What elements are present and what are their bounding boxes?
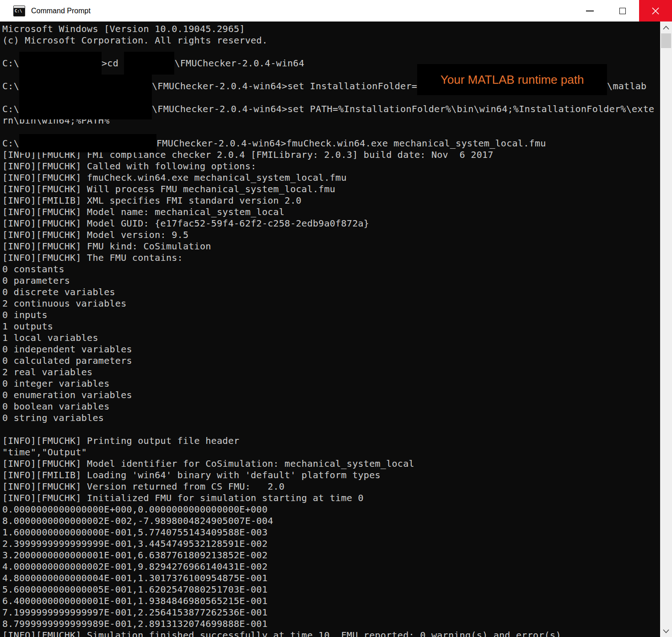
scroll-down-button[interactable] bbox=[660, 625, 672, 637]
window-title: Command Prompt bbox=[31, 7, 91, 15]
terminal-line: [INFO][FMUCHK] Printing output file head… bbox=[2, 435, 660, 447]
terminal-line: 0 discrete variables bbox=[2, 286, 660, 298]
titlebar[interactable]: C:\ Command Prompt bbox=[0, 0, 672, 22]
maximize-button[interactable] bbox=[606, 0, 639, 22]
terminal-line: 1 outputs bbox=[2, 321, 660, 332]
terminal-text: [INFO][FMUCHK] FMU kind: CoSimulation bbox=[2, 241, 211, 252]
terminal-line: 6.4000000000000001E-001,1.93848469805652… bbox=[2, 595, 660, 607]
terminal-text: C:\ bbox=[2, 58, 19, 69]
terminal-text: 4.0000000000000002E-001,9.82942769661404… bbox=[2, 561, 268, 572]
terminal-line: 8.7999999999999989E-001,2.89131320746998… bbox=[2, 618, 660, 630]
terminal-text: C:\ bbox=[2, 103, 19, 114]
terminal-text: 1.6000000000000000E-001,5.77407551434095… bbox=[2, 527, 268, 538]
terminal-line: [INFO][FMUCHK] Called with following opt… bbox=[2, 161, 660, 172]
terminal-text: 0 inputs bbox=[2, 309, 48, 320]
chevron-up-icon bbox=[663, 26, 669, 30]
redaction-box bbox=[19, 58, 102, 69]
cmd-icon-text: C:\ bbox=[15, 9, 22, 13]
terminal-text: FMUChecker-2.0.4-win64>fmuCheck.win64.ex… bbox=[156, 138, 546, 149]
terminal-line: [INFO][FMUCHK] Model GUID: {e17fac52-59f… bbox=[2, 218, 660, 229]
terminal[interactable]: Microsoft Windows [Version 10.0.19045.29… bbox=[0, 22, 660, 637]
terminal-text: C:\ bbox=[2, 138, 19, 149]
terminal-text: [INFO][FMUCHK] Model GUID: {e17fac52-59f… bbox=[2, 218, 369, 229]
terminal-text: Microsoft Windows [Version 10.0.19045.29… bbox=[2, 23, 245, 34]
terminal-text: 0 constants bbox=[2, 264, 65, 275]
scrollbar-thumb[interactable] bbox=[661, 33, 671, 48]
terminal-line: [INFO][FMILIB] Loading 'win64' binary wi… bbox=[2, 470, 660, 481]
terminal-text: \FMUChecker-2.0.4-win64 bbox=[174, 58, 304, 69]
terminal-text: 0 discrete variables bbox=[2, 286, 115, 297]
terminal-line: 1 local variables bbox=[2, 332, 660, 344]
terminal-text: 5.6000000000000005E-001,1.62025470802517… bbox=[2, 584, 268, 595]
terminal-line: "time","Output" bbox=[2, 447, 660, 458]
terminal-text: 0 string variables bbox=[2, 412, 104, 423]
terminal-line: [INFO][FMUCHK] Model identifier for CoSi… bbox=[2, 458, 660, 470]
terminal-text: 4.8000000000000004E-001,1.30173761009548… bbox=[2, 572, 268, 583]
terminal-line: 2 real variables bbox=[2, 367, 660, 378]
terminal-text: 0 boolean variables bbox=[2, 401, 109, 412]
terminal-line: 2.3999999999999999E-001,3.44547495321285… bbox=[2, 538, 660, 550]
terminal-line: 0 calculated parameters bbox=[2, 355, 660, 367]
terminal-text: 1 outputs bbox=[2, 321, 53, 332]
terminal-text: 0 calculated parameters bbox=[2, 355, 132, 366]
terminal-line: [INFO][FMUCHK] fmuCheck.win64.exe mechan… bbox=[2, 172, 660, 184]
terminal-text: 0 integer variables bbox=[2, 378, 109, 389]
redaction-annotation: Your MATLAB runtime path bbox=[417, 64, 607, 95]
terminal-text: 0 parameters bbox=[2, 275, 70, 286]
terminal-line: 4.0000000000000002E-001,9.82942769661404… bbox=[2, 561, 660, 572]
terminal-text: [INFO][FMILIB] XML specifies FMI standar… bbox=[2, 195, 301, 206]
terminal-text: \FMUChecker-2.0.4-win64>set PATH=%Instal… bbox=[152, 103, 654, 114]
terminal-text: [INFO][FMUCHK] Version returned from CS … bbox=[2, 481, 285, 492]
terminal-line: [INFO][FMUCHK] Will process FMU mechanic… bbox=[2, 184, 660, 195]
redaction-box-annotated: Your MATLAB runtime path bbox=[417, 81, 607, 92]
terminal-line: [INFO][FMUCHK] Model name: mechanical_sy… bbox=[2, 206, 660, 218]
cmd-prompt-icon: C:\ bbox=[13, 5, 25, 16]
terminal-text: [INFO][FMUCHK] Model name: mechanical_sy… bbox=[2, 206, 285, 217]
terminal-line: [INFO][FMUCHK] Initialized FMU for simul… bbox=[2, 492, 660, 504]
terminal-line: 0 integer variables bbox=[2, 378, 660, 389]
terminal-text: [INFO][FMUCHK] Printing output file head… bbox=[2, 435, 239, 446]
terminal-line: 8.0000000000000002E-002,-7.9898004824905… bbox=[2, 515, 660, 527]
terminal-content: Microsoft Windows [Version 10.0.19045.29… bbox=[2, 23, 660, 637]
terminal-text: [INFO][FMUCHK] Model identifier for CoSi… bbox=[2, 458, 414, 469]
terminal-line bbox=[2, 424, 660, 435]
scroll-up-button[interactable] bbox=[660, 22, 672, 33]
minimize-button[interactable] bbox=[573, 0, 606, 22]
terminal-line: [INFO][FMUCHK] Simulation finished succe… bbox=[2, 630, 660, 637]
terminal-line: 5.6000000000000005E-001,1.62025470802517… bbox=[2, 584, 660, 595]
terminal-line: 2 continuous variables bbox=[2, 298, 660, 309]
terminal-text: 0.0000000000000000E+000,0.00000000000000… bbox=[2, 504, 268, 515]
redaction-box bbox=[19, 138, 156, 149]
terminal-line: C:\FMUChecker-2.0.4-win64>fmuCheck.win64… bbox=[2, 138, 660, 149]
redaction-box bbox=[19, 103, 152, 115]
terminal-text: 7.1999999999999997E-001,2.25641538772625… bbox=[2, 607, 268, 618]
terminal-line: [INFO][FMUCHK] The FMU contains: bbox=[2, 252, 660, 264]
terminal-text: \FMUChecker-2.0.4-win64>set Installation… bbox=[152, 81, 417, 92]
minimize-icon bbox=[586, 11, 594, 11]
terminal-line: 0 boolean variables bbox=[2, 401, 660, 412]
close-button[interactable] bbox=[639, 0, 672, 22]
terminal-line: 4.8000000000000004E-001,1.30173761009548… bbox=[2, 572, 660, 584]
terminal-line: C:\\FMUChecker-2.0.4-win64>set Installat… bbox=[2, 81, 660, 92]
terminal-line: 0 parameters bbox=[2, 275, 660, 286]
terminal-text: >cd bbox=[102, 58, 124, 69]
command-prompt-window: C:\ Command Prompt Microsoft Windows [Ve… bbox=[0, 0, 672, 637]
terminal-text: [INFO][FMUCHK] Simulation finished succe… bbox=[2, 630, 561, 637]
terminal-line: C:\\FMUChecker-2.0.4-win64>set PATH=%Ins… bbox=[2, 103, 660, 115]
redaction-box bbox=[124, 58, 174, 69]
vertical-scrollbar[interactable] bbox=[660, 22, 672, 637]
terminal-line: 0 constants bbox=[2, 264, 660, 275]
terminal-text: [INFO][FMUCHK] Model version: 9.5 bbox=[2, 229, 188, 240]
terminal-text: "time","Output" bbox=[2, 447, 87, 458]
terminal-text: 1 local variables bbox=[2, 332, 98, 343]
terminal-line: [INFO][FMUCHK] Model version: 9.5 bbox=[2, 229, 660, 241]
terminal-text: 0 independent variables bbox=[2, 344, 132, 355]
terminal-text: [INFO][FMUCHK] fmuCheck.win64.exe mechan… bbox=[2, 172, 347, 183]
terminal-text: [INFO][FMUCHK] Will process FMU mechanic… bbox=[2, 184, 335, 194]
terminal-text: C:\ bbox=[2, 81, 19, 92]
maximize-icon bbox=[619, 8, 626, 14]
terminal-line: [INFO][FMUCHK] Version returned from CS … bbox=[2, 481, 660, 492]
terminal-text: 0 enumeration variables bbox=[2, 389, 132, 400]
terminal-text: 8.7999999999999989E-001,2.89131320746998… bbox=[2, 618, 268, 629]
terminal-line: 0.0000000000000000E+000,0.00000000000000… bbox=[2, 504, 660, 515]
